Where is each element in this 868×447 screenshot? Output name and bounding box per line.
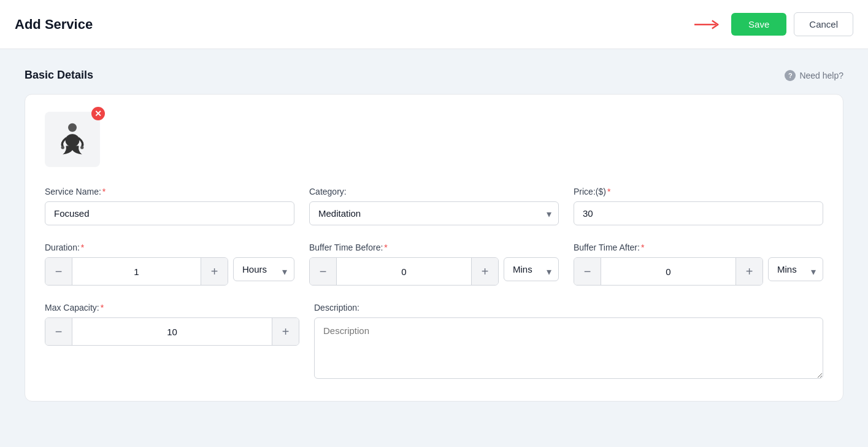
save-button[interactable]: Save: [731, 13, 786, 36]
buffer-after-group: Buffer Time After:* − + Mins Hours ▾: [574, 243, 823, 286]
main-content: Basic Details ? Need help?: [0, 49, 868, 421]
service-image: [45, 112, 100, 167]
required-star-duration: *: [81, 243, 84, 252]
required-star: *: [102, 187, 106, 196]
service-name-label: Service Name:*: [45, 187, 294, 196]
arrow-indicator: [694, 17, 724, 32]
need-help-link[interactable]: ? Need help?: [785, 70, 843, 81]
description-group: Description:: [314, 303, 823, 379]
svg-point-2: [66, 134, 80, 147]
section-header: Basic Details ? Need help?: [25, 69, 843, 82]
service-name-input[interactable]: [45, 201, 294, 225]
section-title: Basic Details: [25, 69, 93, 82]
duration-value-input[interactable]: [72, 266, 201, 277]
buffer-after-label: Buffer Time After:*: [574, 243, 823, 252]
duration-group: Duration:* − + Hours Mins ▾: [45, 243, 294, 286]
duration-unit-select[interactable]: Hours Mins: [233, 257, 294, 281]
buffer-after-unit-wrapper: Mins Hours ▾: [768, 257, 823, 286]
buffer-before-label: Buffer Time Before:*: [309, 243, 559, 252]
svg-point-3: [61, 146, 64, 149]
page-header: Add Service Save Cancel: [0, 0, 868, 49]
required-star-capacity: *: [101, 303, 104, 313]
buffer-before-increment-button[interactable]: +: [471, 258, 498, 285]
price-group: Price:($)*: [574, 187, 823, 225]
form-row-timing: Duration:* − + Hours Mins ▾: [45, 243, 823, 286]
buffer-after-unit-select[interactable]: Mins Hours: [768, 257, 823, 281]
buffer-before-unit-wrapper: Mins Hours ▾: [504, 257, 559, 286]
remove-image-button[interactable]: ✕: [91, 107, 105, 120]
capacity-increment-button[interactable]: +: [272, 318, 299, 345]
category-select[interactable]: Meditation Yoga Fitness Wellness: [309, 201, 559, 225]
category-group: Category: Meditation Yoga Fitness Wellne…: [309, 187, 559, 225]
description-label: Description:: [314, 303, 823, 313]
header-actions: Save Cancel: [694, 12, 853, 36]
need-help-label: Need help?: [799, 71, 843, 80]
buffer-after-stepper: − +: [574, 257, 763, 286]
page-title: Add Service: [15, 17, 93, 33]
duration-increment-button[interactable]: +: [201, 258, 228, 285]
service-name-group: Service Name:*: [45, 187, 294, 225]
duration-label: Duration:*: [45, 243, 294, 252]
duration-stepper: − +: [45, 257, 228, 286]
buffer-before-value-input[interactable]: [337, 266, 471, 277]
required-star-buffer-after: *: [641, 243, 644, 252]
form-card: ✕ Service Name:* Category: Meditation Yo…: [25, 94, 843, 402]
buffer-after-value-input[interactable]: [601, 266, 735, 277]
form-row-basic: Service Name:* Category: Meditation Yoga…: [45, 187, 823, 225]
price-input[interactable]: [574, 201, 823, 225]
capacity-value-input[interactable]: [72, 327, 272, 337]
service-image-icon: [51, 118, 94, 161]
svg-point-1: [68, 123, 77, 132]
category-label: Category:: [309, 187, 559, 196]
required-star-price: *: [607, 187, 610, 196]
category-select-wrapper: Meditation Yoga Fitness Wellness ▾: [309, 201, 559, 225]
required-star-buffer-before: *: [384, 243, 387, 252]
buffer-after-decrement-button[interactable]: −: [574, 258, 601, 285]
max-capacity-group: Max Capacity:* − +: [45, 303, 299, 346]
max-capacity-stepper: − +: [45, 317, 299, 346]
buffer-before-decrement-button[interactable]: −: [310, 258, 337, 285]
cancel-button[interactable]: Cancel: [794, 12, 853, 36]
duration-unit-wrapper: Hours Mins ▾: [233, 257, 294, 286]
help-icon: ?: [785, 70, 796, 81]
buffer-before-group: Buffer Time Before:* − + Mins Hours ▾: [309, 243, 559, 286]
image-upload-area[interactable]: ✕: [45, 112, 100, 167]
description-textarea[interactable]: [314, 317, 823, 379]
form-row-capacity-desc: Max Capacity:* − + Description:: [45, 303, 823, 379]
price-label: Price:($)*: [574, 187, 823, 196]
buffer-before-stepper: − +: [309, 257, 499, 286]
capacity-decrement-button[interactable]: −: [45, 318, 72, 345]
svg-point-4: [80, 146, 83, 149]
buffer-before-unit-select[interactable]: Mins Hours: [504, 257, 559, 281]
max-capacity-label: Max Capacity:*: [45, 303, 299, 313]
duration-decrement-button[interactable]: −: [45, 258, 72, 285]
buffer-after-increment-button[interactable]: +: [735, 258, 762, 285]
